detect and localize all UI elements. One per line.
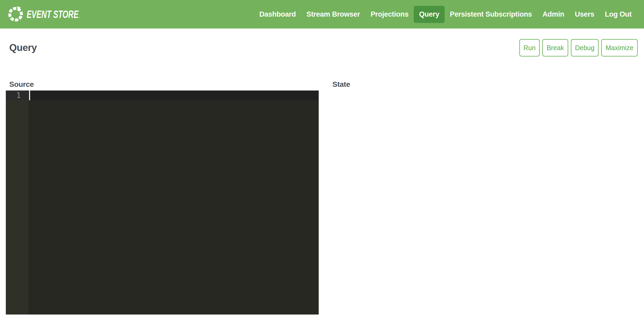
page-title: Query (9, 42, 37, 53)
state-body (326, 91, 638, 170)
nav-item-log-out[interactable]: Log Out (600, 6, 637, 23)
break-button[interactable]: Break (542, 39, 568, 56)
editor-active-line[interactable] (28, 91, 319, 100)
query-page: Query Run Break Debug Maximize Source 1 … (0, 39, 644, 315)
nav-item-dashboard[interactable]: Dashboard (254, 6, 301, 23)
nav-item-users[interactable]: Users (570, 6, 600, 23)
nav-item-admin[interactable]: Admin (537, 6, 570, 23)
state-panel: State (326, 80, 638, 315)
editor-code-area[interactable] (28, 91, 319, 315)
event-store-logo[interactable]: EVENT STORE . (7, 6, 105, 23)
page-header-row: Query Run Break Debug Maximize (6, 39, 638, 56)
main-navigation: Dashboard Stream Browser Projections Que… (254, 6, 637, 23)
text-cursor (29, 91, 30, 100)
event-store-ring-icon (7, 6, 24, 23)
run-button[interactable]: Run (519, 39, 540, 56)
state-label: State (326, 80, 638, 89)
debug-button[interactable]: Debug (571, 39, 599, 56)
nav-item-projections[interactable]: Projections (365, 6, 414, 23)
nav-item-query[interactable]: Query (414, 6, 445, 23)
maximize-button[interactable]: Maximize (601, 39, 638, 56)
query-toolbar: Run Break Debug Maximize (519, 39, 638, 56)
brand-text: EVENT STORE (27, 8, 78, 21)
line-number: 1 (6, 91, 28, 100)
nav-item-stream-browser[interactable]: Stream Browser (301, 6, 365, 23)
source-label: Source (6, 80, 319, 89)
content-columns: Source 1 State (6, 80, 638, 315)
source-panel: Source 1 (6, 80, 319, 315)
editor-line-number-gutter: 1 (6, 91, 28, 315)
nav-item-persistent-subscriptions[interactable]: Persistent Subscriptions (445, 6, 537, 23)
top-navbar: EVENT STORE . Dashboard Stream Browser P… (0, 0, 644, 28)
brand-trademark-dot: . (79, 14, 80, 19)
query-source-editor[interactable]: 1 (6, 91, 319, 315)
